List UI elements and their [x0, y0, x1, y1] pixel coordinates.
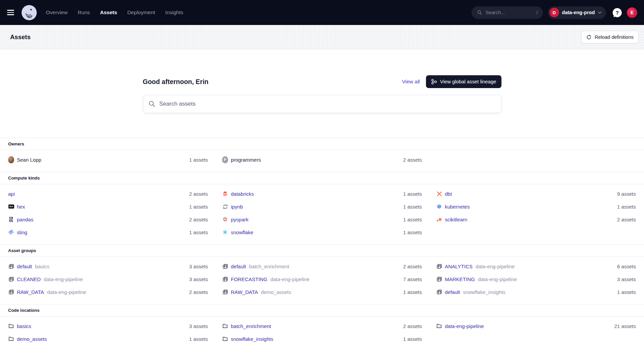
item-label: databricks [231, 191, 254, 197]
global-search-input[interactable]: Search... / [471, 6, 543, 19]
owners-item-sean-lopp[interactable]: Sean Lopp [8, 157, 41, 163]
asset-count: 9 assets [617, 191, 636, 197]
asset-group-icon [222, 289, 228, 295]
item-suffix: data-eng-pipeline [47, 289, 86, 295]
item-suffix: snowflake_insights [463, 289, 505, 295]
asset-groups-item-default-snowflake-insights[interactable]: defaultsnowflake_insights [436, 289, 505, 295]
deployment-name: data-eng-prod [562, 10, 595, 15]
reload-definitions-button[interactable]: Reload definitions [581, 31, 639, 44]
pyspark-icon [222, 216, 228, 222]
item-label: pyspark [231, 217, 249, 222]
asset-groups-item-raw-data-demo-assets[interactable]: RAW_DATAdemo_assets [222, 289, 291, 295]
item-label: demo_assets [17, 336, 47, 342]
item-suffix: data-eng-pipeline [270, 276, 309, 282]
code-locations-item-snowflake-insights[interactable]: snowflake_insights [222, 336, 273, 342]
nav-item-insights[interactable]: Insights [165, 9, 183, 16]
view-all-link[interactable]: View all [402, 79, 420, 85]
user-avatar-button[interactable]: E [627, 7, 637, 18]
pandas-icon [8, 216, 14, 222]
folder-icon [222, 323, 228, 329]
item-label: RAW_DATA [17, 289, 44, 295]
item-suffix: demo_assets [261, 289, 291, 295]
code-locations-row: data-eng-pipeline21 assets [436, 320, 636, 332]
asset-groups-item-default-basics[interactable]: defaultbasics [8, 263, 50, 269]
item-label: scikitlearn [445, 217, 467, 222]
code-locations-item-batch-enrichment[interactable]: batch_enrichment [222, 323, 271, 329]
greeting-text: Good afternoon, Erin [143, 78, 209, 86]
nav-item-assets[interactable]: Assets [100, 9, 117, 16]
question-mark-icon: ? [616, 10, 619, 16]
asset-count: 1 assets [403, 191, 422, 197]
snowflake-icon [222, 229, 228, 235]
hamburger-menu-icon[interactable] [7, 10, 14, 15]
compute-kinds-item-kubernetes[interactable]: ☸kubernetes [436, 203, 470, 210]
deployment-badge: D [550, 8, 559, 17]
item-label: batch_enrichment [231, 323, 271, 329]
section-header-asset-groups: Asset groups [0, 244, 644, 257]
ipynb-icon [222, 203, 228, 210]
asset-groups-item-marketing-data-eng-pipeline[interactable]: MARKETINGdata-eng-pipeline [436, 276, 517, 282]
code-locations-row: demo_assets1 assets [8, 332, 208, 345]
item-suffix: batch_enrichment [249, 264, 289, 269]
section-header-code-locations: Code locations [0, 304, 644, 317]
compute-kinds-item-ipynb[interactable]: ipynb [222, 203, 243, 210]
asset-count: 2 assets [403, 323, 422, 329]
dagster-logo-icon[interactable] [22, 5, 37, 20]
compute-kinds-item-hex[interactable]: HEXhex [8, 203, 25, 210]
asset-group-icon [8, 263, 14, 269]
global-search-placeholder: Search... [486, 10, 505, 15]
view-global-asset-lineage-button[interactable]: View global asset lineage [426, 75, 501, 88]
asset-groups-item-default-batch-enrichment[interactable]: defaultbatch_enrichment [222, 263, 289, 269]
help-button[interactable]: ? [613, 8, 622, 17]
asset-group-icon [8, 289, 14, 295]
chevron-down-icon [598, 11, 602, 14]
asset-count: 1 assets [617, 289, 636, 295]
compute-kinds-item-sling[interactable]: sling [8, 229, 27, 235]
item-label: basics [17, 323, 31, 329]
asset-groups-row: ANALYTICSdata-eng-pipeline6 assets [436, 260, 636, 273]
page-header: Assets Reload definitions [0, 25, 644, 50]
folder-icon [8, 323, 14, 329]
compute-kinds-item-databricks[interactable]: databricks [222, 191, 254, 197]
compute-kinds-item-pyspark[interactable]: pyspark [222, 216, 249, 222]
compute-kinds-item-scikitlearn[interactable]: scikitlearn [436, 216, 467, 222]
page-title: Assets [10, 33, 31, 41]
asset-groups-item-forecasting-data-eng-pipeline[interactable]: FORECASTINGdata-eng-pipeline [222, 276, 309, 282]
nav-item-deployment[interactable]: Deployment [127, 9, 155, 16]
compute-kinds-row: api2 assets [8, 187, 208, 200]
asset-count: 3 assets [189, 323, 208, 329]
nav-item-overview[interactable]: Overview [46, 9, 68, 16]
scikitlearn-icon [436, 216, 442, 222]
sling-icon [8, 229, 14, 235]
item-label: snowflake_insights [231, 336, 273, 342]
code-locations-item-demo-assets[interactable]: demo_assets [8, 336, 47, 342]
owners-row: Pprogrammers2 assets [222, 153, 422, 166]
item-label: kubernetes [445, 204, 470, 210]
asset-groups-item-raw-data-data-eng-pipeline[interactable]: RAW_DATAdata-eng-pipeline [8, 289, 86, 295]
compute-kinds-row: ☸kubernetes1 assets [436, 200, 636, 213]
compute-kinds-item-api[interactable]: api [8, 191, 15, 197]
asset-groups-item-analytics-data-eng-pipeline[interactable]: ANALYTICSdata-eng-pipeline [436, 263, 515, 269]
compute-kinds-row: databricks1 assets [222, 187, 422, 200]
section-asset-groups: Asset groupsdefaultbasics3 assetsdefault… [0, 244, 644, 304]
compute-kinds-item-pandas[interactable]: pandas [8, 216, 33, 222]
compute-kinds-row: HEXhex1 assets [8, 200, 208, 213]
code-locations-item-basics[interactable]: basics [8, 323, 31, 329]
asset-count: 2 assets [189, 289, 208, 295]
item-label: FORECASTING [231, 276, 267, 282]
compute-kinds-row: snowflake1 assets [222, 226, 422, 239]
nav-links: OverviewRunsAssetsDeploymentInsights [46, 9, 183, 16]
owners-item-programmers[interactable]: Pprogrammers [222, 157, 261, 163]
compute-kinds-item-dbt[interactable]: dbt [436, 191, 452, 197]
asset-groups-item-cleaned-data-eng-pipeline[interactable]: CLEANEDdata-eng-pipeline [8, 276, 83, 282]
hero-section: Good afternoon, Erin View all View globa… [143, 50, 501, 113]
asset-count: 1 assets [189, 204, 208, 210]
nav-item-runs[interactable]: Runs [78, 9, 90, 16]
compute-kinds-item-snowflake[interactable]: snowflake [222, 229, 253, 235]
asset-search-input[interactable] [143, 95, 501, 113]
deployment-selector[interactable]: D data-eng-prod [548, 6, 606, 19]
item-label: programmers [231, 157, 261, 163]
asset-count: 3 assets [189, 276, 208, 282]
asset-groups-row: RAW_DATAdemo_assets1 assets [222, 285, 422, 298]
code-locations-item-data-eng-pipeline[interactable]: data-eng-pipeline [436, 323, 484, 329]
